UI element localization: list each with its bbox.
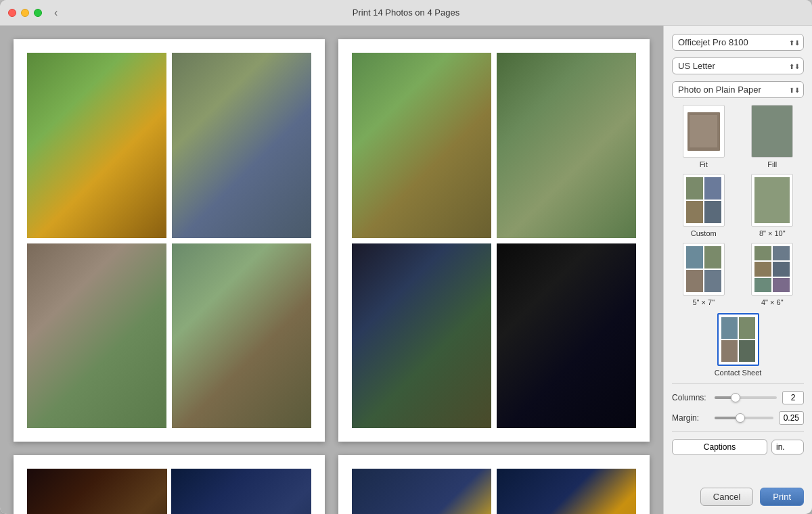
minimize-button[interactable] — [21, 9, 29, 17]
photo-cell-2 — [172, 53, 311, 238]
page2-top-row — [352, 53, 636, 238]
photo-cell-3 — [27, 243, 166, 429]
layout-option-5x7[interactable]: 5" × 7" — [672, 243, 736, 306]
divider-1 — [672, 383, 804, 384]
columns-slider-track — [715, 396, 777, 399]
margin-value: 0.25 — [779, 411, 804, 425]
layout-thumb-contact — [717, 313, 759, 366]
photo-cell-8 — [497, 243, 636, 429]
layout-thumb-8x10 — [751, 174, 793, 227]
media-select[interactable]: Photo on Plain Paper — [672, 81, 804, 98]
layout-label-8x10: 8" × 10" — [759, 229, 786, 237]
photo-cell-5 — [352, 53, 491, 238]
page1-photo-grid — [27, 53, 311, 428]
page-3 — [14, 455, 325, 514]
maximize-button[interactable] — [34, 9, 42, 17]
page3-layout — [27, 469, 311, 514]
page-2 — [338, 39, 650, 442]
margin-slider-track — [715, 417, 773, 419]
close-button[interactable] — [8, 9, 16, 17]
page-4 — [338, 455, 650, 514]
sidebar: Officejet Pro 8100 ⬆⬇ US Letter ⬆⬇ Photo… — [663, 26, 812, 514]
buttons-row: Cancel Print — [672, 484, 804, 506]
captions-row: Captions in. cm mm — [672, 439, 804, 455]
margin-row: Margin: 0.25 — [672, 411, 804, 425]
paper-select-wrapper: US Letter ⬆⬇ — [672, 57, 804, 74]
layout-label-4x6: 4" × 6" — [761, 298, 784, 306]
photo-cell-10 — [171, 469, 311, 514]
print-button[interactable]: Print — [760, 488, 804, 506]
layout-thumb-4x6 — [751, 243, 793, 296]
layout-thumb-fill — [751, 105, 793, 158]
layout-option-8x10[interactable]: 8" × 10" — [741, 174, 805, 237]
main-window: ‹ Print 14 Photos on 4 Pages — [0, 0, 812, 514]
layout-option-4x6[interactable]: 4" × 6" — [741, 243, 805, 306]
photo-cell-9 — [27, 469, 167, 514]
columns-value: 2 — [782, 391, 804, 404]
photo-cell-16 — [497, 469, 636, 514]
layout-label-fit: Fit — [700, 160, 708, 168]
back-button[interactable]: ‹ — [50, 5, 62, 20]
page2-layout — [352, 53, 636, 428]
margin-slider-thumb[interactable] — [736, 413, 745, 423]
page4-layout — [352, 469, 636, 514]
layout-grid: Fit Fill — [672, 105, 804, 306]
layout-label-custom: Custom — [691, 229, 717, 237]
page-1 — [14, 39, 325, 442]
photo-cell-1 — [27, 53, 166, 238]
divider-2 — [672, 431, 804, 432]
layout-thumb-5x7 — [683, 243, 725, 296]
photo-cell-7 — [352, 243, 491, 429]
page2-bottom-row — [352, 243, 636, 429]
media-select-wrapper: Photo on Plain Paper ⬆⬇ — [672, 81, 804, 98]
unit-select[interactable]: in. cm mm — [771, 440, 804, 454]
unit-select-wrapper: in. cm mm — [771, 440, 804, 454]
margin-slider-fill — [715, 417, 738, 419]
photo-cell-6 — [497, 53, 636, 238]
layout-option-custom[interactable]: Custom — [672, 174, 736, 237]
layout-option-contact[interactable]: Contact Sheet — [672, 313, 804, 377]
main-content: Officejet Pro 8100 ⬆⬇ US Letter ⬆⬇ Photo… — [0, 26, 812, 514]
paper-select[interactable]: US Letter — [672, 57, 804, 74]
printer-select-wrapper: Officejet Pro 8100 ⬆⬇ — [672, 34, 804, 51]
printer-select[interactable]: Officejet Pro 8100 — [672, 34, 804, 51]
layout-label-fill: Fill — [767, 160, 777, 168]
margin-label: Margin: — [672, 413, 709, 423]
columns-row: Columns: 2 — [672, 391, 804, 404]
layout-label-contact: Contact Sheet — [715, 369, 762, 377]
layout-label-5x7: 5" × 7" — [692, 298, 715, 306]
photo-cell-4 — [172, 243, 311, 429]
layout-thumb-custom — [683, 174, 725, 227]
layout-option-fill[interactable]: Fill — [741, 105, 805, 168]
photo-cell-15 — [352, 469, 491, 514]
columns-slider-thumb[interactable] — [731, 393, 740, 402]
columns-label: Columns: — [672, 393, 709, 402]
layout-thumb-fit — [683, 105, 725, 158]
window-title: Print 14 Photos on 4 Pages — [353, 7, 459, 18]
captions-button[interactable]: Captions — [672, 439, 767, 455]
titlebar: ‹ Print 14 Photos on 4 Pages — [0, 0, 812, 26]
cancel-button[interactable]: Cancel — [700, 488, 753, 506]
traffic-lights — [8, 9, 42, 17]
preview-area — [0, 26, 663, 514]
layout-option-fit[interactable]: Fit — [672, 105, 736, 168]
